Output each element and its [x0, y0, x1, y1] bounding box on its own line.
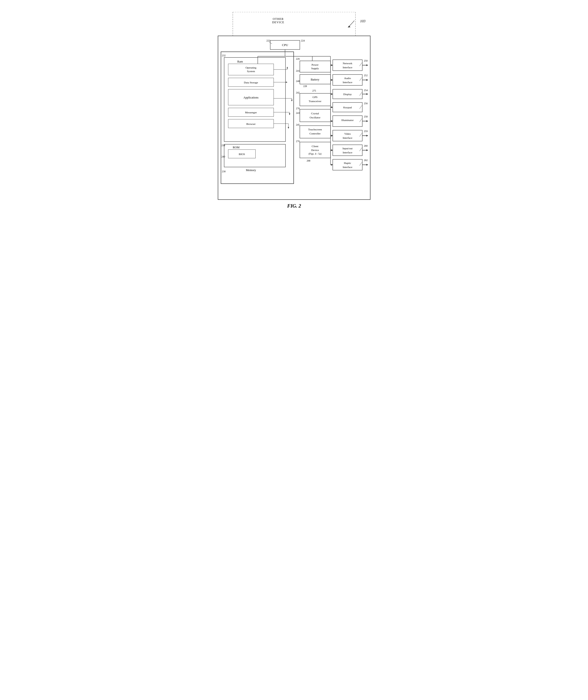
- ref-103: 103: [360, 19, 365, 23]
- other-device-label-2: DEVICE: [272, 21, 284, 24]
- network-interface-box: [333, 60, 362, 71]
- ref-241: 241: [296, 69, 300, 72]
- other-device-label: OTHER: [273, 17, 284, 21]
- haptic-label2: Interface: [343, 166, 352, 168]
- ref-245: 245: [296, 123, 300, 126]
- gps-label: GPS: [312, 96, 317, 98]
- data-storage-label: Data Storage: [244, 81, 258, 84]
- crystal-label: Crystal: [311, 112, 319, 115]
- crystal-box: [300, 109, 330, 122]
- ref-230: 230: [222, 170, 226, 173]
- memory-label: Memory: [246, 168, 256, 172]
- client-device-label3: (Figs. 4 - 5a): [308, 152, 321, 155]
- ram-label: Ram: [237, 60, 243, 63]
- ref-262: 262: [364, 159, 368, 161]
- os-label2: System: [247, 70, 255, 73]
- ref-270: 270: [296, 140, 300, 143]
- ref-268: 268: [307, 159, 310, 162]
- page: OTHER DEVICE 103 CPU 222 224: [201, 5, 388, 232]
- fig-label: FIG. 2: [287, 203, 301, 209]
- rom-label: ROM: [233, 146, 239, 149]
- ref-259: 259: [364, 130, 368, 132]
- haptic-box: [333, 159, 362, 170]
- diagram-svg: OTHER DEVICE 103 CPU 222 224: [206, 12, 383, 217]
- touchscreen-label2: Controller: [309, 132, 320, 135]
- ref-242: 242: [296, 91, 300, 94]
- power-supply-label2: Supply: [311, 67, 319, 70]
- inputout-label2: Interface: [343, 151, 352, 154]
- crystal-label2: Oscillator: [309, 116, 320, 119]
- battery-label: Battery: [311, 78, 320, 81]
- messenger-label: Messenger: [245, 111, 257, 114]
- browser-label: Browser: [246, 122, 256, 125]
- ref-252: 252: [364, 74, 368, 77]
- ref-234: 234: [221, 144, 225, 147]
- inputout-box: [333, 145, 362, 156]
- video-label2: Interface: [343, 136, 352, 139]
- ref-248: 248: [296, 80, 300, 82]
- bios-label: BIOS: [239, 153, 245, 155]
- keypad-label: Keypad: [343, 106, 352, 109]
- network-label2: Interface: [343, 66, 352, 69]
- os-box: [228, 64, 274, 75]
- touchscreen-label: Touchscreen: [308, 128, 322, 131]
- power-supply-label: Power: [311, 63, 318, 66]
- power-supply-box: [300, 61, 330, 72]
- ref-224: 224: [301, 39, 305, 42]
- ref-250: 250: [364, 59, 368, 62]
- ref-258: 258: [364, 115, 368, 118]
- display-label: Display: [343, 93, 352, 96]
- ref-232: 232: [222, 54, 226, 57]
- os-label: Operating: [245, 66, 257, 69]
- ref-222: 222: [266, 39, 270, 42]
- cpu-label: CPU: [282, 43, 288, 47]
- ref-240: 240: [221, 155, 225, 158]
- ref-260: 260: [364, 144, 368, 147]
- network-label: Network: [343, 62, 352, 65]
- ref-275: 275: [312, 89, 316, 92]
- haptic-label: Haptic: [344, 161, 351, 164]
- ref-254: 254: [364, 89, 368, 92]
- applications-label: Applications: [243, 96, 258, 99]
- audio-label2: Interface: [343, 81, 352, 84]
- ref-278: 278: [296, 107, 300, 110]
- video-label: Video: [344, 132, 351, 135]
- audio-interface-box: [333, 74, 362, 86]
- gps-label2: Transceiver: [308, 100, 321, 103]
- inputout-label: Input/out: [343, 147, 353, 150]
- client-device-label: Client: [312, 145, 319, 148]
- ref-226: 226: [296, 57, 300, 60]
- client-device-label2: Device: [311, 149, 319, 151]
- video-interface-box: [333, 130, 362, 141]
- audio-label: Audio: [344, 77, 351, 80]
- ref-243: 243: [296, 112, 300, 114]
- ref-256: 256: [364, 102, 368, 105]
- ref-228: 228: [303, 85, 307, 87]
- illuminator-label: Illuminator: [341, 119, 354, 121]
